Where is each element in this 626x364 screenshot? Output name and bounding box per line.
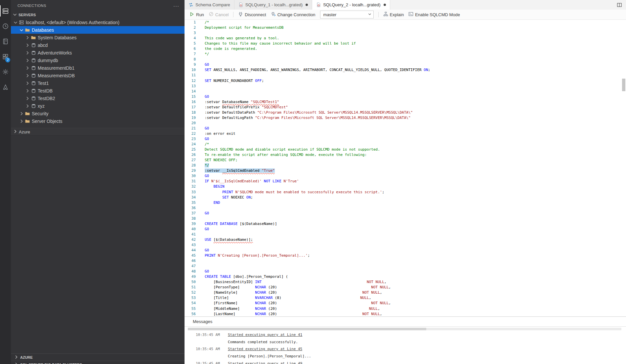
change-connection-button[interactable]: Change Connection [271, 12, 315, 18]
chevron-down-icon[interactable] [19, 27, 24, 33]
code-line[interactable]: 54 [FirstName] NCHAR (20) NOT NULL, [185, 301, 626, 306]
chevron-right-icon[interactable] [25, 58, 30, 63]
code-line[interactable]: 53 [Title] NVARCHAR (8) NULL, [185, 295, 626, 301]
activity-azure-icon[interactable] [0, 79, 11, 94]
section-header-azure[interactable]: AZURE [11, 353, 185, 361]
cancel-button[interactable]: Cancel [209, 12, 229, 18]
code-line[interactable]: 31IF N'$(__IsSqlCmdEnabled)' NOT LIKE N'… [185, 179, 626, 184]
chevron-down-icon[interactable] [13, 20, 18, 25]
activity-query-history-icon[interactable] [0, 18, 11, 34]
code-line[interactable]: 18:setvar DefaultDataPath "C:\Program Fi… [185, 110, 626, 115]
code-line[interactable]: 9GO [185, 62, 626, 67]
tree-item[interactable]: Server Objects [11, 117, 185, 125]
tab-sqlquery-1-localh-grated[interactable]: SQLQuery_1 - localh...grated) [234, 0, 312, 10]
tree-item[interactable]: TestDB [11, 87, 185, 94]
code-line[interactable]: 42USE [$(DatabaseName)]; [185, 237, 626, 242]
code-line[interactable]: 52 [NameStyle] NCHAR (20) NOT NULL, [185, 290, 626, 295]
tab-messages[interactable]: Messages [193, 319, 212, 324]
code-line[interactable]: 50 [BusinessEntityID] INT NOT NULL, [185, 279, 626, 285]
code-line[interactable]: 1/* [185, 20, 626, 25]
tree-item[interactable]: Test1 [11, 79, 185, 87]
tree-item[interactable]: localhost, <default> (Windows Authentica… [11, 18, 185, 26]
tree-item[interactable]: System Databases [11, 34, 185, 41]
tree-item[interactable]: TestDB2 [11, 94, 185, 102]
tree-item[interactable]: xyz [11, 102, 185, 110]
chevron-right-icon[interactable] [25, 35, 30, 40]
tab-sqlquery-2-localh-grated[interactable]: SQLQuery_2 - localh...grated) [312, 0, 390, 10]
tree-item[interactable]: Security [11, 110, 185, 117]
code-line[interactable]: 55 [MiddleName] NCHAR (20) NULL, [185, 306, 626, 311]
code-line[interactable]: 19:setvar DefaultLogPath "C:\Program Fil… [185, 115, 626, 121]
message-row[interactable]: Commands completed successfully. [196, 339, 626, 346]
message-link[interactable]: Started executing query at Line 45 [228, 347, 302, 351]
code-line[interactable]: 13 [185, 84, 626, 89]
code-line[interactable]: 10SET ANSI_NULLS, ANSI_PADDING, ANSI_WAR… [185, 67, 626, 73]
tab-schema-compare[interactable]: Schema Compare [185, 0, 234, 10]
message-row[interactable]: Creating [Person].[Person_Temporal]... [196, 353, 626, 360]
tree-item[interactable]: MeasurementsDB [11, 72, 185, 79]
code-line[interactable]: 30GO [185, 173, 626, 179]
code-line[interactable]: 33 PRINT N'SQLCMD mode must be enabled t… [185, 190, 626, 195]
code-line[interactable]: 5Changes to this file may cause incorrec… [185, 41, 626, 46]
scrollbar-thumb[interactable] [622, 79, 625, 91]
code-line[interactable]: 2Deployment script for MeasurementsDB [185, 25, 626, 30]
chevron-right-icon[interactable] [25, 96, 30, 101]
code-line[interactable]: 32 BEGIN [185, 184, 626, 189]
tree-item[interactable]: AdventureWorks [11, 49, 185, 56]
chevron-right-icon[interactable] [25, 65, 30, 71]
code-line[interactable]: 7*/ [185, 52, 626, 57]
code-line[interactable]: 27SET NOEXEC OFF; [185, 158, 626, 163]
split-editor-button[interactable] [617, 2, 622, 8]
scrollbar-thumb[interactable] [188, 328, 426, 330]
more-actions-button[interactable]: ··· [173, 3, 179, 9]
code-line[interactable]: 51 [PersonType] NCHAR (20) NOT NULL, [185, 285, 626, 290]
explain-button[interactable]: Explain [383, 12, 404, 18]
activity-notebooks-icon[interactable] [0, 34, 11, 49]
message-row[interactable]: 10:35:45 AMStarted executing query at Li… [196, 331, 626, 339]
message-row[interactable]: 10:35:45 AMStarted executing query at Li… [196, 360, 626, 364]
code-line[interactable]: 43 [185, 242, 626, 248]
chevron-right-icon[interactable] [25, 50, 30, 55]
code-line[interactable]: 26To re-enable the script after enabling… [185, 152, 626, 158]
code-line[interactable]: 44GO [185, 248, 626, 253]
code-line[interactable]: 41 [185, 232, 626, 237]
chevron-right-icon[interactable] [25, 103, 30, 109]
tree-item[interactable]: abcd [11, 41, 185, 49]
activity-settings-icon[interactable] [0, 64, 11, 79]
disconnect-button[interactable]: Disconnect [238, 12, 266, 18]
code-line[interactable]: 16:setvar DatabaseName "SQLCMDTest1" [185, 99, 626, 105]
code-line[interactable]: 21GO [185, 126, 626, 131]
servers-section-header[interactable]: SERVERS [11, 11, 185, 18]
activity-extensions-icon[interactable]: 2 [0, 49, 11, 64]
database-dropdown[interactable]: master [320, 11, 374, 18]
chevron-right-icon[interactable] [25, 73, 30, 78]
code-line[interactable]: 6the code is regenerated. [185, 46, 626, 52]
code-line[interactable]: 22:on error exit [185, 131, 626, 136]
messages-horizontal-scrollbar[interactable] [188, 328, 621, 330]
tree-item[interactable]: Databases [11, 26, 185, 34]
run-button[interactable]: Run [189, 12, 204, 18]
code-line[interactable]: 47 [185, 264, 626, 269]
chevron-right-icon[interactable] [25, 81, 30, 86]
code-line[interactable]: 15GO [185, 94, 626, 99]
code-line[interactable]: 3 [185, 30, 626, 36]
chevron-right-icon[interactable] [25, 88, 30, 93]
code-line[interactable]: 23GO [185, 136, 626, 142]
code-line[interactable]: 12SET NUMERIC_ROUNDABORT OFF; [185, 78, 626, 84]
sql-editor[interactable]: 1/*2Deployment script for MeasurementsDB… [185, 20, 626, 316]
code-line[interactable]: 46 [185, 258, 626, 264]
code-line[interactable]: 11 [185, 73, 626, 78]
code-line[interactable]: 56 [LastName] NCHAR (20) NOT NULL, [185, 311, 626, 316]
code-line[interactable]: 48GO [185, 269, 626, 274]
code-line[interactable]: 37GO [185, 211, 626, 216]
code-line[interactable]: 4This code was generated by a tool. [185, 36, 626, 41]
message-row[interactable]: 10:35:45 AMStarted executing query at Li… [196, 346, 626, 353]
code-line[interactable]: 40GO [185, 227, 626, 232]
chevron-right-icon[interactable] [19, 119, 24, 124]
message-link[interactable]: Started executing query at Line 49 [228, 361, 302, 364]
azure-section-header[interactable]: Azure [11, 128, 185, 136]
code-line[interactable]: 17:setvar DefaultFilePrefix "SQLCMDTest" [185, 105, 626, 110]
chevron-right-icon[interactable] [19, 111, 24, 116]
code-line[interactable]: 28*/ [185, 163, 626, 168]
code-line[interactable]: 39CREATE DATABASE [$(DatabaseName)] [185, 221, 626, 227]
